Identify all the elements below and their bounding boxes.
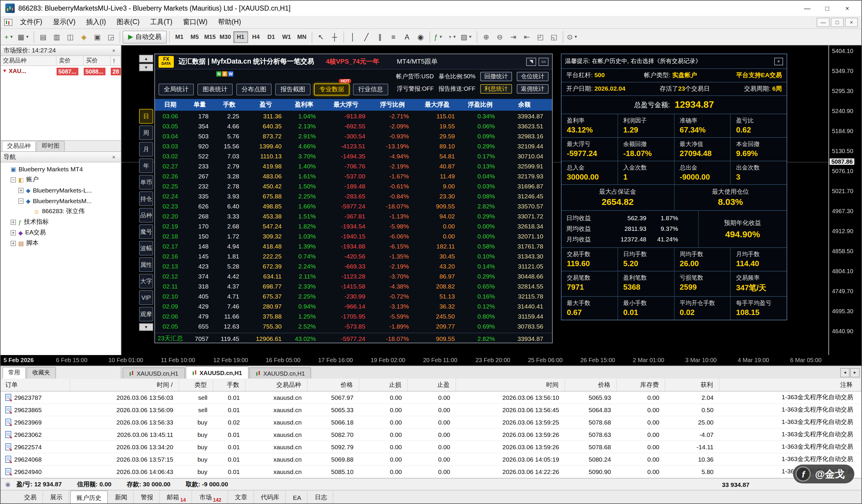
overlay-side-tab[interactable]: 年 (139, 158, 153, 173)
navigator-button[interactable]: ◈ (78, 30, 90, 43)
crosshair-button[interactable]: ┼ (328, 30, 341, 43)
market-watch-row[interactable]: ▼XAU...5087...5088...28 (1, 66, 121, 75)
overlay-column-header[interactable]: 日期 (155, 101, 186, 109)
overlay-chip-button[interactable]: 返佣统计 (517, 84, 549, 94)
overlay-minimize-button[interactable]: ▭ (538, 57, 549, 66)
expander-plus-icon[interactable]: + (18, 187, 24, 193)
menu-item[interactable]: 显示(V) (48, 16, 81, 28)
overlay-resize-button[interactable]: ◥ (526, 57, 536, 66)
chart-tab[interactable]: XAUUSD.cn,H1 (249, 368, 311, 379)
tab-scroll-right-button[interactable]: ▸ (850, 368, 860, 377)
orders-column-header[interactable]: 获利 (665, 379, 719, 391)
tree-item[interactable]: ☺866283: 张立伟 (1, 206, 121, 217)
overlay-nav-button[interactable]: 报告截图 (275, 84, 311, 95)
bottom-tab[interactable]: 账户历史 (70, 490, 108, 504)
mdi-minimize-button[interactable]: — (817, 17, 830, 27)
navigator-close-icon[interactable]: × (109, 154, 118, 160)
orders-column-header[interactable]: 止盈 (408, 379, 456, 391)
terminal-button[interactable]: ▣ (91, 30, 104, 43)
overlay-nav-button[interactable]: 行业信息 (353, 84, 388, 95)
expander-minus-icon[interactable]: − (18, 198, 24, 203)
bottom-tab[interactable]: EA (287, 490, 308, 504)
channel-button[interactable]: ∥ (374, 30, 387, 43)
zoom-out-button[interactable]: ⊖ (493, 30, 506, 43)
auto-scroll-button[interactable]: ⇥ (507, 30, 520, 43)
strategy-tester-button[interactable]: ◲ (105, 30, 118, 43)
overlay-column-header[interactable]: 最大浮亏 (321, 101, 370, 109)
overlay-side-tab[interactable]: 周 (139, 125, 153, 140)
overlay-chip-button[interactable]: 仓位统计 (517, 72, 549, 81)
periods-button[interactable]: ◔▾ (446, 30, 459, 43)
trendline-button[interactable]: ╱ (360, 30, 373, 43)
bottom-tab[interactable]: 新闻 (109, 490, 134, 504)
tree-item[interactable]: +▤脚本 (1, 238, 121, 249)
overlay-side-tab[interactable]: 持仓 (139, 191, 153, 206)
bottom-tab[interactable]: 文章 (229, 490, 254, 504)
order-row[interactable]: 296230622026.03.06 13:45:11buy0.01xauusd… (1, 429, 861, 441)
expander-minus-icon[interactable]: − (11, 177, 16, 182)
overlay-chip-button[interactable]: 利息统计 (480, 84, 512, 94)
overlay-side-tab[interactable]: 月 (139, 142, 153, 157)
market-watch-close-icon[interactable]: × (109, 48, 118, 53)
overlay-scroll-up-button[interactable]: ▲ (139, 55, 153, 63)
tree-item[interactable]: −◆BlueberryMarketsM... (1, 196, 121, 206)
indicators-button[interactable]: ƒ▾ (432, 30, 445, 43)
data-window-button[interactable]: ◫ (64, 30, 77, 43)
bottom-tab[interactable]: 警报 (135, 490, 160, 504)
overlay-nav-button[interactable]: 专业数据HOT (314, 84, 349, 95)
timeframe-m30-button[interactable]: M30 (218, 31, 233, 43)
overlay-nav-button[interactable]: 分布点图 (236, 84, 272, 95)
overlay-side-tab[interactable]: 日 (139, 109, 153, 124)
menu-item[interactable]: 窗口(W) (178, 16, 213, 28)
overlay-side-tab[interactable]: 单币 (139, 175, 153, 189)
market-watch-column-header[interactable]: 卖价 (56, 56, 84, 65)
orders-column-header[interactable]: 价格 (565, 379, 617, 391)
orders-column-header[interactable]: 止损 (360, 379, 408, 391)
order-row[interactable]: 296240682026.03.06 13:57:15buy0.01xauusd… (1, 453, 861, 466)
overlay-more-button[interactable]: ▼ (139, 323, 153, 331)
fibonacci-button[interactable]: ≡ (387, 30, 400, 43)
search-button[interactable]: ⊙▾ (566, 30, 580, 43)
timeframe-h1-button[interactable]: H1 (233, 31, 248, 43)
autotrade-button[interactable]: ▶自动交易 (123, 30, 167, 43)
expander-plus-icon[interactable]: + (11, 230, 16, 235)
zoom-in-button[interactable]: ⊕ (480, 30, 493, 43)
price-scale[interactable]: 5087.86 5404.105349.705295.305240.905184… (828, 45, 861, 355)
expander-plus-icon[interactable]: + (11, 219, 16, 225)
dropdown-arrow-icon[interactable]: ▾ (438, 34, 444, 39)
order-row[interactable]: 296225742026.03.06 13:34:20buy0.01xauusd… (1, 441, 861, 453)
overlay-column-header[interactable]: 盈亏 (245, 101, 287, 109)
overlay-column-header[interactable]: 余额 (500, 101, 549, 109)
overlay-chip-button[interactable]: 回撤统计 (480, 72, 512, 81)
bottom-tab[interactable]: 日志 (309, 490, 334, 504)
overlay-column-header[interactable]: 浮盈比例 (460, 101, 500, 109)
orders-column-header[interactable]: 订单 (1, 379, 70, 391)
orders-column-header[interactable]: 时间 (456, 379, 565, 391)
mdi-close-button[interactable]: × (845, 17, 858, 27)
text-button[interactable]: A (401, 30, 414, 43)
overlay-side-tab[interactable]: 波幅 (139, 241, 153, 255)
new-order-button[interactable]: +▾ (3, 30, 16, 43)
timeframe-h4-button[interactable]: H4 (249, 31, 263, 43)
orders-column-header[interactable]: 价格 (308, 379, 360, 391)
date-axis[interactable]: 5 Feb 20266 Feb 15:0010 Feb 01:0011 Feb … (1, 355, 861, 366)
market-watch-column-header[interactable]: 买价 (84, 56, 111, 65)
bottom-tab[interactable]: 市场142 (194, 490, 228, 504)
market-watch-column-header[interactable]: ! (111, 56, 121, 65)
order-row[interactable]: 296238652026.03.06 13:56:09sell0.01xauus… (1, 404, 861, 416)
timeframe-m15-button[interactable]: M15 (203, 31, 218, 43)
timeframe-w1-button[interactable]: W1 (279, 31, 294, 43)
tab-scroll-left-button[interactable]: ◂ (840, 368, 850, 377)
cascade-windows-button[interactable]: ◱ (547, 30, 560, 43)
tile-windows-button[interactable]: ◰ (534, 30, 547, 43)
orders-column-header[interactable]: 交易品种 (246, 379, 308, 391)
chart-shift-button[interactable]: ⇤ (520, 30, 533, 43)
timeframe-m1-button[interactable]: M1 (172, 31, 187, 43)
overlay-side-tab[interactable]: 大字 (139, 274, 153, 289)
overlay-column-header[interactable]: 盈利率 (287, 101, 321, 109)
overlay-side-tab[interactable]: 品种 (139, 208, 153, 223)
tree-item[interactable]: ▣Blueberry Markets MT4 (1, 164, 121, 174)
menu-item[interactable]: 插入(I) (81, 16, 112, 28)
orders-column-header[interactable]: 类型 (179, 379, 213, 391)
overlay-nav-button[interactable]: 图表统计 (197, 84, 233, 95)
